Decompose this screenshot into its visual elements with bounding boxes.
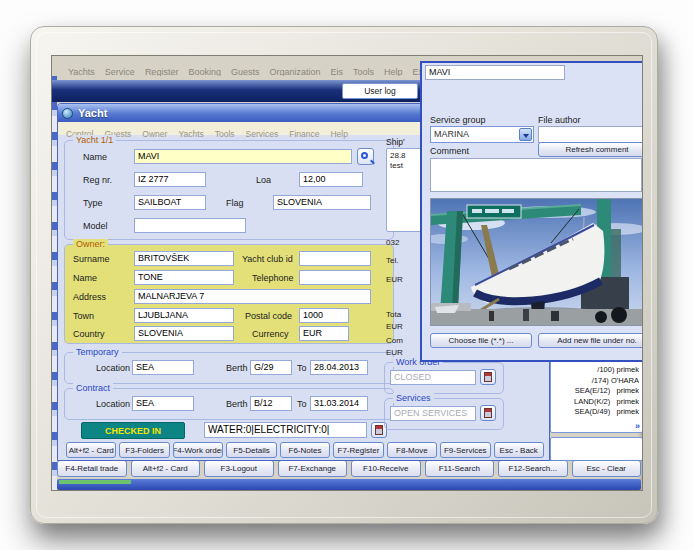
window-menu-item[interactable]: Owner bbox=[142, 129, 167, 139]
temp-location-field[interactable]: SEA bbox=[132, 360, 194, 375]
berth-list-row[interactable]: LAND(K/2) primek bbox=[553, 397, 639, 408]
town-field[interactable]: LJUBLJANA bbox=[134, 308, 234, 323]
model-field[interactable] bbox=[134, 218, 246, 233]
bottom-function-button[interactable]: F12-Search... bbox=[498, 460, 568, 477]
function-button[interactable]: F6-Notes bbox=[280, 442, 330, 458]
top-menu-item[interactable]: Organization bbox=[269, 67, 320, 76]
service-group-value: MARINA bbox=[434, 129, 469, 139]
type-field[interactable]: SAILBOAT bbox=[134, 195, 206, 210]
currency-field[interactable]: EUR bbox=[299, 326, 349, 341]
service-group-dropdown[interactable]: MARINA bbox=[430, 126, 534, 143]
choose-file-button[interactable]: Choose file (*.*) ... bbox=[430, 333, 532, 348]
contract-to-field[interactable]: 31.03.2014 bbox=[310, 396, 368, 411]
bottom-function-button[interactable]: F7-Exchange bbox=[278, 460, 348, 477]
function-button[interactable]: Alt+f2 - Card bbox=[66, 442, 116, 458]
bottom-function-button[interactable]: Esc - Clear bbox=[572, 460, 642, 477]
contract-location-label: Location bbox=[96, 399, 130, 409]
temp-berth-field[interactable]: G/29 bbox=[250, 360, 292, 375]
checked-in-button[interactable]: CHECKED IN bbox=[81, 422, 185, 439]
owner-name-field[interactable]: TONE bbox=[134, 270, 234, 285]
user-log-button[interactable]: User log bbox=[342, 83, 418, 99]
page: YachtsServiceRegisterBookingGuestsOrgani… bbox=[0, 0, 694, 550]
window-menu-item[interactable]: Help bbox=[330, 129, 347, 139]
next-page-button[interactable]: » bbox=[635, 422, 640, 431]
function-button[interactable]: F5-Details bbox=[226, 442, 276, 458]
search-button[interactable] bbox=[357, 148, 374, 165]
comment-label: Comment bbox=[430, 146, 469, 156]
work-order-field[interactable]: CLOSED bbox=[390, 370, 476, 385]
contract-section-label: Contract bbox=[73, 383, 113, 393]
function-button[interactable]: F9-Services bbox=[440, 442, 490, 458]
reg-field[interactable]: IZ 2777 bbox=[134, 172, 206, 187]
bottom-function-button[interactable]: Alt+f2 - Card bbox=[131, 460, 201, 477]
window-menu-item[interactable]: Finance bbox=[289, 129, 319, 139]
refresh-comment-button[interactable]: Refresh comment bbox=[538, 142, 643, 157]
bottom-function-button[interactable]: F10-Receive bbox=[351, 460, 421, 477]
bottom-function-button[interactable]: F11-Search bbox=[425, 460, 495, 477]
top-menu-item[interactable]: Register bbox=[145, 67, 179, 76]
chevron-down-icon[interactable] bbox=[519, 128, 532, 141]
top-menu-item[interactable]: Help bbox=[384, 67, 403, 76]
owner-name-label: Name bbox=[73, 273, 97, 283]
model-label: Model bbox=[83, 221, 108, 231]
contract-berth-field[interactable]: B/12 bbox=[250, 396, 292, 411]
temp-to-label: To bbox=[297, 363, 307, 373]
top-menu-item[interactable]: Service bbox=[105, 67, 135, 76]
ship-info-line2: test bbox=[390, 161, 403, 170]
top-menu-item[interactable]: Booking bbox=[188, 67, 221, 76]
window-function-bar: Alt+f2 - CardF3-FoldersF4-Work orderF5-D… bbox=[66, 442, 544, 458]
contract-to-label: To bbox=[297, 399, 307, 409]
services-field[interactable]: OPEN SERVICES bbox=[390, 406, 476, 421]
function-button[interactable]: F3-Folders bbox=[119, 442, 169, 458]
bottom-function-button[interactable]: F4-Retail trade bbox=[57, 460, 127, 477]
file-author-field[interactable] bbox=[538, 126, 643, 143]
add-file-button[interactable]: Add new file under no. bbox=[538, 333, 643, 348]
window-icon bbox=[62, 108, 73, 119]
function-button[interactable]: F4-Work order bbox=[173, 442, 223, 458]
top-menu-item[interactable]: Yachts bbox=[68, 67, 95, 76]
telephone-field[interactable] bbox=[299, 270, 371, 285]
address-label: Address bbox=[73, 292, 106, 302]
top-menu-item[interactable]: Guests bbox=[231, 67, 260, 76]
bottom-function-button[interactable]: F3-Logout bbox=[204, 460, 274, 477]
flag-field[interactable]: SLOVENIA bbox=[273, 195, 371, 210]
window-title: Yacht bbox=[78, 107, 107, 119]
temporary-section-label: Temporary bbox=[73, 347, 122, 357]
contract-location-field[interactable]: SEA bbox=[132, 396, 194, 411]
surname-field[interactable]: BRITOVŠEK bbox=[134, 251, 234, 266]
name-field[interactable]: MAVI bbox=[134, 149, 352, 164]
services-calc-button[interactable] bbox=[480, 405, 496, 421]
berth-list-row[interactable]: SEA(E/12) primek bbox=[553, 386, 639, 397]
temp-berth-label: Berth bbox=[226, 363, 248, 373]
window-menu-item[interactable]: Tools bbox=[215, 129, 235, 139]
services-label: Services bbox=[393, 393, 434, 403]
window-menu-item[interactable]: Yachts bbox=[178, 129, 203, 139]
background-box bbox=[550, 437, 643, 461]
address-field[interactable]: MALNARJEVA 7 bbox=[134, 289, 371, 304]
flag-label: Flag bbox=[226, 198, 244, 208]
yacht-photo bbox=[430, 198, 643, 326]
comment-textarea[interactable] bbox=[430, 158, 642, 192]
function-button[interactable]: F8-Move bbox=[387, 442, 437, 458]
work-order-calc-button[interactable] bbox=[480, 369, 496, 385]
berth-list-row[interactable]: /100) primek bbox=[553, 365, 639, 376]
temp-to-field[interactable]: 28.04.2013 bbox=[310, 360, 368, 375]
berth-list-row[interactable]: SEA(D/49) primek bbox=[553, 407, 639, 418]
top-menu-item[interactable]: Tools bbox=[353, 67, 374, 76]
window-menu-item[interactable]: Services bbox=[246, 129, 279, 139]
type-label: Type bbox=[83, 198, 103, 208]
country-field[interactable]: SLOVENIA bbox=[134, 326, 234, 341]
top-menu-item[interactable]: Eis bbox=[330, 67, 343, 76]
temp-location-label: Location bbox=[96, 363, 130, 373]
screen: YachtsServiceRegisterBookingGuestsOrgani… bbox=[51, 55, 643, 491]
function-button[interactable]: Esc - Back bbox=[494, 442, 544, 458]
postal-code-field[interactable]: 1000 bbox=[299, 308, 349, 323]
surname-label: Surname bbox=[73, 254, 110, 264]
loa-field[interactable]: 12,00 bbox=[299, 172, 363, 187]
panel-title-field[interactable]: MAVI bbox=[425, 65, 565, 80]
function-button[interactable]: F7-Register bbox=[333, 442, 383, 458]
meters-field[interactable]: WATER:0|ELECTRICITY:0| bbox=[204, 422, 367, 438]
status-progress bbox=[59, 480, 131, 484]
yacht-club-id-field[interactable] bbox=[299, 251, 371, 266]
berth-list-row[interactable]: /174) O'HARA bbox=[553, 376, 639, 387]
